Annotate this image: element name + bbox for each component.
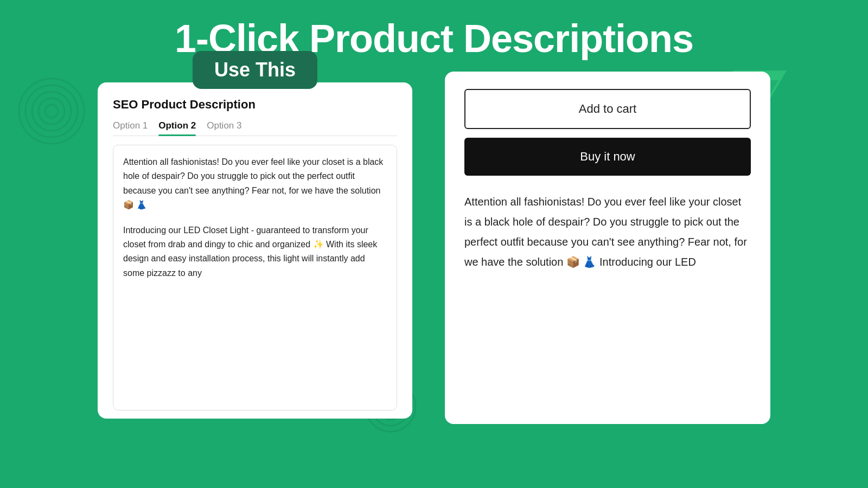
tab-option3[interactable]: Option 3 bbox=[207, 120, 241, 136]
tab-option1[interactable]: Option 1 bbox=[113, 120, 148, 136]
left-panel: Use This SEO Product Description Option … bbox=[98, 72, 412, 424]
right-panel: Add to cart Buy it now Attention all fas… bbox=[445, 72, 770, 424]
tab-option2[interactable]: Option 2 bbox=[158, 120, 196, 136]
page-header: 1-Click Product Descriptions bbox=[0, 0, 868, 72]
description-box: Attention all fashionistas! Do you ever … bbox=[113, 145, 397, 410]
use-this-button[interactable]: Use This bbox=[193, 51, 317, 89]
right-description-text: Attention all fashionistas! Do you ever … bbox=[464, 192, 751, 272]
tabs-container: Option 1 Option 2 Option 3 bbox=[113, 120, 397, 136]
buy-now-button[interactable]: Buy it now bbox=[464, 138, 751, 176]
add-to-cart-button[interactable]: Add to cart bbox=[464, 89, 751, 129]
seo-card-title: SEO Product Description bbox=[113, 98, 397, 112]
seo-card: SEO Product Description Option 1 Option … bbox=[98, 82, 412, 419]
desc-paragraph-2: Introducing our LED Closet Light - guara… bbox=[123, 223, 387, 281]
content-area: Use This SEO Product Description Option … bbox=[0, 72, 868, 424]
desc-paragraph-1: Attention all fashionistas! Do you ever … bbox=[123, 155, 387, 213]
page-title: 1-Click Product Descriptions bbox=[0, 16, 868, 61]
